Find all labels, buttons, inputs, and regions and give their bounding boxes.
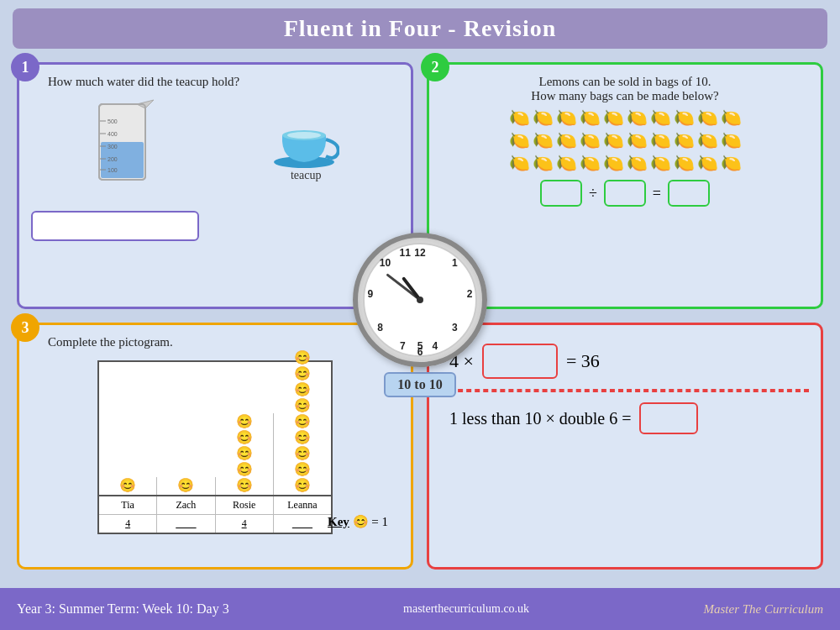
q4-divider (441, 389, 809, 392)
key-area: Key 😊 = 1 (328, 514, 388, 529)
q2-div-symbol: ÷ (589, 185, 597, 202)
picto-bars: 😊 😊 😊 😊 😊 😊 😊 (99, 362, 331, 496)
clock-center-dot (417, 297, 423, 303)
key-label: Key (328, 515, 349, 528)
picto-val-leanna: ____ (274, 515, 331, 533)
footer-brand: Master The Curriculum (703, 602, 823, 617)
picto-col-leanna: 😊 😊 😊 😊 😊 😊 😊 😊 😊 (274, 349, 331, 495)
q2-question2: How many bags can be made below? (441, 89, 809, 103)
q4-bottom-text: 1 less than 10 × double 6 = (449, 409, 631, 428)
svg-text:500: 500 (108, 118, 118, 124)
badge-3: 3 (11, 313, 39, 342)
q4-top-answer-box[interactable] (482, 344, 558, 379)
picto-val-zach: ____ (157, 515, 215, 533)
q2-result-box[interactable] (668, 180, 710, 207)
teacup-area: teacup (272, 110, 339, 182)
footer-website: masterthecurriculum.co.uk (403, 602, 529, 616)
picto-name-tia: Tia (99, 496, 157, 514)
lemons-display: 🍋 🍋 🍋 🍋 🍋 🍋 🍋 🍋 🍋 🍋 🍋 🍋 🍋 🍋 🍋 🍋 🍋 🍋 🍋 🍋 … (507, 108, 743, 173)
teacup-label: teacup (291, 169, 322, 182)
picto-col-rosie: 😊 😊 😊 😊 😊 (216, 413, 274, 495)
clock-container: 12 1 2 3 4 5 6 7 8 9 10 11 10 to 10 (353, 233, 487, 397)
pictogram-wrapper: 😊 😊 😊 😊 😊 😊 😊 (31, 356, 399, 534)
picto-name-leanna: Leanna (274, 496, 331, 514)
q2-divisor-box[interactable] (604, 180, 646, 207)
q2-question1: Lemons can be sold in bags of 10. (441, 75, 809, 89)
svg-text:400: 400 (108, 131, 118, 137)
q3-question: Complete the pictogram. (48, 335, 399, 349)
picto-val-tia: 4 (99, 515, 157, 533)
picto-names: Tia Zach Rosie Leanna (99, 496, 331, 514)
teacup-svg (272, 110, 339, 169)
beaker-image: 500 400 300 200 100 (91, 96, 154, 196)
q1-content: 500 400 300 200 100 (31, 96, 399, 196)
footer: Year 3: Summer Term: Week 10: Day 3 mast… (0, 588, 840, 630)
key-smiley: 😊 (353, 515, 372, 528)
q2-division-row: ÷ = (441, 180, 809, 207)
svg-point-16 (287, 132, 321, 139)
picto-val-rosie: 4 (216, 515, 274, 533)
header: Fluent in Four - Revision (13, 8, 827, 49)
footer-term-info: Year 3: Summer Term: Week 10: Day 3 (17, 601, 229, 617)
picto-values: 4 ____ 4 ____ (99, 514, 331, 533)
badge-1: 1 (11, 53, 39, 81)
pictogram: 😊 😊 😊 😊 😊 😊 😊 (97, 360, 333, 534)
q1-question: How much water did the teacup hold? (48, 75, 399, 89)
q1-answer-box[interactable] (31, 211, 199, 241)
svg-text:300: 300 (108, 144, 118, 150)
picto-name-rosie: Rosie (216, 496, 274, 514)
q4-bottom-answer-box[interactable] (639, 402, 698, 434)
picto-col-tia: 😊 (99, 477, 157, 495)
beaker-svg: 500 400 300 200 100 (91, 96, 154, 192)
q2-eq-symbol: = (653, 185, 661, 202)
q2-dividend-box[interactable] (540, 180, 582, 207)
q4-top-right: = 36 (566, 350, 600, 372)
picto-name-zach: Zach (157, 496, 215, 514)
clock-face: 12 1 2 3 4 5 6 7 8 9 10 11 (353, 233, 487, 367)
badge-2: 2 (421, 53, 449, 81)
svg-text:100: 100 (108, 167, 118, 173)
page-title: Fluent in Four - Revision (29, 15, 811, 42)
pictogram-table: 😊 😊 😊 😊 😊 😊 😊 (97, 356, 333, 534)
picto-col-zach: 😊 (157, 477, 215, 495)
q4-bottom: 1 less than 10 × double 6 = (449, 402, 809, 434)
key-value: = 1 (371, 515, 388, 528)
q4-top: 4 × = 36 (449, 344, 809, 379)
svg-text:200: 200 (108, 156, 118, 162)
clock-label: 10 to 10 (384, 372, 455, 397)
